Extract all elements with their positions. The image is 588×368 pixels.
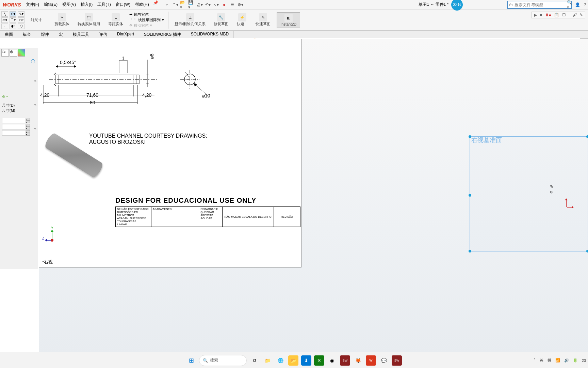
firefox-icon[interactable]: 🦊 [353, 355, 363, 366]
panel-collapse-icon[interactable]: « [34, 78, 36, 83]
sketch-plane[interactable]: 右视基准面 [470, 136, 588, 251]
menu-insert[interactable]: 插入(I) [79, 0, 95, 9]
menu-help[interactable]: 帮助(H) [133, 0, 151, 9]
menu-view[interactable]: 视图(V) [60, 0, 78, 9]
slot-tool-icon[interactable]: ⬮▾ [10, 24, 16, 29]
circle-tool-icon[interactable]: ⊙▾ [10, 11, 16, 17]
new-icon[interactable]: 🗋▾ [172, 1, 179, 8]
convert-entities-button[interactable]: ⬚ 转换实体引用 [76, 13, 102, 27]
screenshot-icon[interactable]: 🖵 [562, 13, 566, 17]
help-icon[interactable]: ? [584, 2, 586, 7]
spin-up-icon[interactable]: ▴ [26, 124, 30, 127]
select-icon[interactable]: ↖▾ [213, 1, 219, 8]
undo-icon[interactable]: ↶▾ [205, 1, 211, 8]
panel-collapse3-icon[interactable]: « [34, 126, 36, 131]
quick-sketch-button[interactable]: ✎ 快速草图 [254, 13, 273, 27]
clock[interactable]: 20 [582, 358, 586, 363]
polygon-tool-icon[interactable]: ⬡ [18, 24, 24, 29]
search-bar[interactable]: 🗀 🔍▾ [507, 1, 572, 9]
save-icon[interactable]: 💾▾ [188, 1, 195, 8]
param-input-3[interactable] [2, 130, 26, 136]
explorer-icon[interactable]: 📁 [262, 355, 273, 366]
offset-entities-button[interactable]: ⊏ 等距实体 [106, 13, 125, 27]
rect-tool-icon[interactable]: ▭▾ [1, 17, 8, 23]
quick-button[interactable]: ⚡ 快速... [235, 13, 249, 27]
battery-icon[interactable]: 🔋 [573, 358, 578, 363]
ime-pinyin[interactable]: 拼 [548, 358, 551, 363]
wps-icon[interactable]: W [366, 355, 376, 366]
stop-icon[interactable]: ■ [540, 13, 542, 17]
search-input[interactable] [514, 2, 566, 7]
panel-collapse2-icon[interactable]: « [34, 102, 36, 107]
tab-addins[interactable]: SOLIDWORKS 插件 [139, 31, 186, 38]
annotate-icon[interactable]: ✎ [579, 13, 583, 17]
print-icon[interactable]: 🖨▾ [196, 1, 203, 8]
menu-window[interactable]: 窗口(W) [114, 0, 132, 9]
config-tab-icon[interactable] [18, 49, 25, 57]
plane-handle-bl[interactable] [469, 250, 471, 252]
wifi-icon[interactable]: 📶 [555, 358, 560, 363]
trim-button[interactable]: ✂ 剪裁实体 [52, 13, 71, 27]
tab-macro[interactable]: 宏 [54, 31, 68, 38]
panel-help-icon[interactable]: ⓘ [0, 58, 38, 65]
folder-icon[interactable]: 📂 [288, 355, 298, 366]
tab-mbd[interactable]: SOLIDWORKS MBD [186, 31, 234, 38]
recorder-icon[interactable]: 📋 [554, 13, 559, 17]
tab-evaluate[interactable]: 评估 [94, 31, 112, 38]
graphics-area[interactable]: 0,5x45° 1 ⌀8 4,20 71,60 4,20 80 ⌀10 YOUT… [39, 39, 588, 356]
line-tool-icon[interactable]: ╲ [1, 11, 8, 17]
menu-tools[interactable]: 工具(T) [95, 0, 113, 9]
tab-weldment[interactable]: 焊件 [36, 31, 54, 38]
spin-down-icon[interactable]: ▾ [26, 133, 30, 136]
menu-file[interactable]: 文件(F) [24, 0, 41, 9]
taskbar-search[interactable]: 🔍搜索 [199, 355, 247, 366]
rebuild-icon[interactable]: ● [221, 1, 228, 8]
feature-tree-tab-icon[interactable]: 🗂 [1, 49, 9, 57]
search-icon[interactable]: 🔍▾ [566, 0, 573, 10]
orientation-triad[interactable]: Y Z [46, 230, 59, 243]
ellipse-tool-icon[interactable]: ⬭▾ [18, 17, 24, 23]
spline-tool-icon[interactable]: ∿▾ [18, 11, 24, 17]
spin-down-icon[interactable]: ▾ [26, 121, 30, 123]
spin-up-icon[interactable]: ▴ [26, 118, 30, 121]
param-input-2[interactable] [2, 124, 26, 129]
volume-icon[interactable]: 🔊 [564, 358, 569, 363]
move-button[interactable]: ✥移动实体▾ [129, 23, 164, 28]
smart-dimension-button[interactable]: 能尺寸 [29, 17, 44, 23]
mirror-button[interactable]: ⇹镜向实体 [129, 12, 164, 17]
xbox-icon[interactable]: ✕ [314, 355, 324, 366]
tab-surface[interactable]: 曲面 [0, 31, 18, 38]
plane-handle-tr[interactable] [586, 135, 588, 138]
open-icon[interactable]: 📂▾ [180, 1, 187, 8]
settings-icon[interactable]: ⚙▾ [237, 1, 244, 8]
tab-sheetmetal[interactable]: 钣金 [18, 31, 36, 38]
store-icon[interactable]: ⬇ [301, 355, 311, 366]
pattern-button[interactable]: ⋮⋮线性草图阵列▾ [129, 17, 164, 22]
chrome-icon[interactable]: ◉ [327, 355, 337, 366]
sw-icon[interactable]: SW [340, 355, 350, 366]
pin-icon[interactable]: 📌 [153, 0, 158, 9]
spin-down-icon[interactable]: ▾ [26, 127, 30, 129]
user-icon[interactable]: 👤 [575, 2, 580, 7]
options-icon[interactable]: ☰ [229, 1, 236, 8]
plane-handle-l[interactable] [469, 194, 471, 197]
property-tab-icon[interactable]: ⊕ [10, 49, 17, 57]
wechat-icon[interactable]: 💬 [379, 355, 389, 366]
plane-handle-tl[interactable] [469, 135, 471, 138]
instant2d-button[interactable]: ◧ Instant2D [277, 12, 300, 28]
paint-icon[interactable]: 🖌 [573, 13, 577, 17]
start-button[interactable]: ⊞ [186, 355, 196, 366]
play-icon[interactable]: ▶ [534, 13, 537, 17]
arc-tool-icon[interactable]: ⌒▾ [10, 17, 16, 23]
menu-edit[interactable]: 编辑(E) [42, 0, 60, 9]
tab-dimxpert[interactable]: DimXpert [112, 31, 139, 38]
task-view-icon[interactable]: ⧉ [249, 355, 260, 366]
param-input-1[interactable] [2, 118, 26, 123]
edge-icon[interactable]: 🌐 [275, 355, 285, 366]
tray-chevron-icon[interactable]: ˄ [534, 358, 536, 363]
ime-en[interactable]: 英 [540, 358, 543, 363]
solidworks-taskbar-icon[interactable]: SW [392, 355, 402, 366]
plane-handle-br[interactable] [586, 250, 588, 252]
tab-mold[interactable]: 模具工具 [68, 31, 94, 38]
point-tool-icon[interactable]: · [1, 24, 8, 29]
